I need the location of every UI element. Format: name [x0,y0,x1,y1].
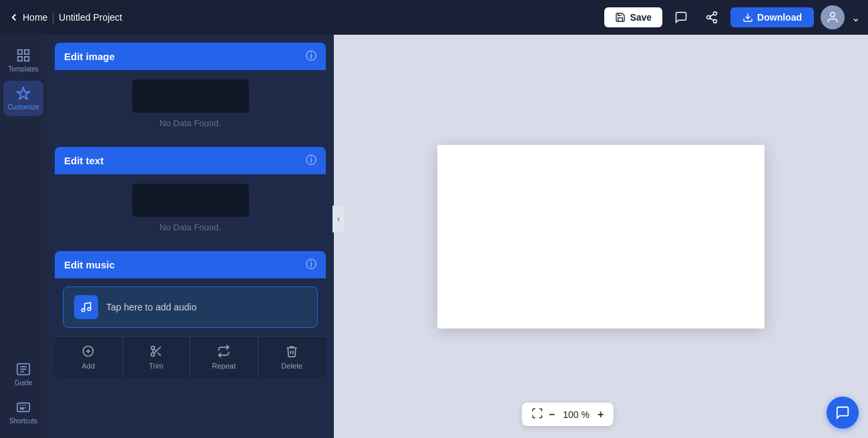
sidebar-item-shortcuts[interactable]: Shortcuts [3,395,43,430]
edit-text-info-button[interactable]: ⓘ [306,154,316,168]
svg-point-22 [151,353,154,357]
canvas-slide [437,145,765,328]
svg-line-4 [710,14,714,16]
edit-image-info-button[interactable]: ⓘ [306,49,316,63]
delete-label: Delete [281,362,302,370]
shortcuts-icon [16,400,31,415]
svg-line-3 [710,18,714,20]
sidebar-item-customize[interactable]: Customize [3,81,43,116]
templates-label: Templates [8,65,39,73]
edit-music-content: Tap here to add audio [55,278,326,336]
save-icon [615,12,626,23]
templates-icon [16,48,31,63]
add-audio-button[interactable]: Add [55,337,123,378]
svg-rect-7 [18,50,22,54]
panel-collapse-button[interactable]: ‹ [333,206,345,232]
add-icon [81,345,95,358]
user-icon [826,11,839,24]
shortcuts-label: Shortcuts [9,417,37,425]
user-avatar[interactable] [821,5,845,29]
svg-rect-10 [18,57,22,61]
edit-music-section: Edit music ⓘ Tap here to add audio [55,251,326,378]
zoom-out-button[interactable]: − [549,409,555,421]
edit-text-header: Edit text ⓘ [55,147,326,174]
download-label: Download [757,12,802,23]
topbar-right: Save Download [604,5,860,29]
save-button[interactable]: Save [604,7,662,27]
delete-audio-button[interactable]: Delete [258,337,327,378]
home-label: Home [23,12,47,23]
edit-text-no-data-text: No Data Found. [160,222,221,232]
zoom-in-button[interactable]: + [598,409,604,421]
edit-text-section: Edit text ⓘ No Data Found. [55,147,326,242]
topbar: Home | Untitled Project Save [0,0,868,35]
edit-image-content: No Data Found. [55,70,326,138]
tap-audio-label: Tap here to add audio [106,302,196,312]
trim-audio-button[interactable]: Trim [123,337,191,378]
svg-point-2 [714,19,717,23]
repeat-label: Repeat [212,362,236,370]
svg-point-0 [714,12,717,15]
fit-screen-button[interactable] [531,407,544,421]
edit-image-header: Edit image ⓘ [55,43,326,70]
repeat-audio-button[interactable]: Repeat [190,337,258,378]
fit-screen-icon [531,407,544,419]
share-icon [705,11,718,24]
edit-image-no-data-text: No Data Found. [160,118,221,128]
comments-icon [674,11,688,24]
edit-music-info-button[interactable]: ⓘ [306,258,316,272]
edit-music-title: Edit music [64,259,115,270]
chat-bubble-button[interactable] [827,397,859,429]
zoom-bar: − 100 % + [522,403,614,426]
svg-point-16 [81,308,85,312]
customize-label: Customize [7,103,39,111]
share-button[interactable] [700,5,724,29]
edit-text-title: Edit text [64,155,103,166]
save-label: Save [630,12,652,23]
svg-rect-15 [17,403,29,412]
add-label: Add [81,362,95,370]
svg-point-21 [151,347,154,350]
repeat-icon [217,345,230,358]
music-note-icon [80,301,92,313]
svg-point-17 [87,308,91,311]
nav-separator: | [51,11,55,25]
guide-label: Guide [15,379,33,387]
download-button[interactable]: Download [730,7,814,27]
comments-button[interactable] [669,5,693,29]
zoom-level: 100 % [560,409,592,420]
music-icon-wrap [74,295,98,319]
panel: Edit image ⓘ No Data Found. Edit text ⓘ … [47,35,334,438]
expand-button[interactable]: ⌄ [851,11,860,24]
canvas-area [334,35,868,438]
home-button[interactable]: Home [8,11,47,23]
chat-icon [835,405,850,420]
edit-text-no-data-box [132,184,249,217]
sidebar-icons: Templates Customize Guide Shortcuts [0,35,47,438]
tap-audio-button[interactable]: Tap here to add audio [63,286,318,328]
download-icon [742,12,753,23]
audio-controls: Add Trim Repeat [55,336,326,378]
trim-icon [150,345,163,358]
topbar-left: Home | Untitled Project [8,11,122,25]
chevron-left-icon [8,11,20,23]
edit-image-no-data-box [132,79,249,113]
svg-point-1 [707,16,710,19]
delete-icon [285,345,298,358]
sidebar-item-guide[interactable]: Guide [3,357,43,392]
svg-rect-8 [25,50,29,54]
svg-rect-9 [25,57,29,61]
guide-icon [16,362,31,377]
edit-text-content: No Data Found. [55,174,326,242]
edit-image-title: Edit image [64,51,115,62]
customize-icon [16,86,31,101]
edit-music-header: Edit music ⓘ [55,251,326,278]
edit-image-section: Edit image ⓘ No Data Found. [55,43,326,138]
svg-point-6 [831,13,835,17]
sidebar-item-templates[interactable]: Templates [3,43,43,78]
project-title: Untitled Project [59,12,122,23]
trim-label: Trim [149,362,164,370]
